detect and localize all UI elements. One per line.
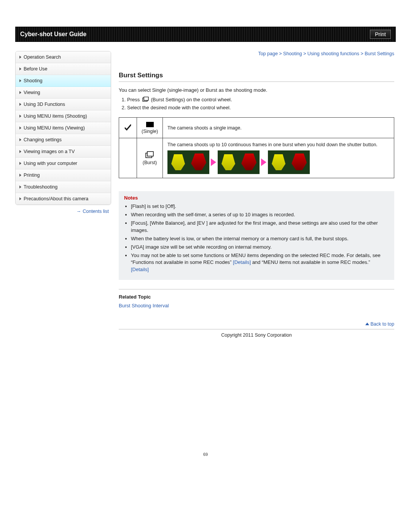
sidebar: Operation SearchBefore UseShootingViewin… — [15, 51, 111, 338]
sidebar-item-changing-settings[interactable]: Changing settings — [16, 134, 111, 146]
details-link[interactable]: [Details] — [233, 259, 251, 265]
chevron-right-icon — [19, 115, 21, 118]
sidebar-item-using-3d-functions[interactable]: Using 3D Functions — [16, 99, 111, 110]
sidebar-item-viewing-images-on-a-tv[interactable]: Viewing images on a TV — [16, 146, 111, 158]
burst-frame-1 — [167, 150, 209, 174]
steps-list: Press (Burst Settings) on the control wh… — [127, 97, 394, 110]
sidebar-item-label: Changing settings — [24, 137, 62, 142]
single-desc: The camera shoots a single image. — [163, 118, 394, 138]
note-item: When recording with the self-timer, a se… — [131, 211, 389, 218]
separator — [119, 289, 394, 289]
sidebar-item-label: Viewing — [24, 90, 40, 95]
sidebar-item-using-with-your-computer[interactable]: Using with your computer — [16, 158, 111, 169]
burst-settings-icon — [142, 97, 149, 103]
chevron-right-icon — [19, 91, 21, 94]
breadcrumb-current: Burst Settings — [365, 51, 394, 56]
arrow-right-icon: → — [76, 209, 81, 214]
contents-list-link[interactable]: →Contents list — [15, 205, 111, 214]
breadcrumb-top[interactable]: Top page — [258, 51, 277, 56]
sidebar-item-label: Before Use — [24, 66, 48, 72]
sidebar-item-precautions-about-this-camera[interactable]: Precautions/About this camera — [16, 193, 111, 204]
table-row: (Single) The camera shoots a single imag… — [119, 118, 394, 138]
sidebar-item-label: Troubleshooting — [24, 184, 57, 190]
chevron-right-icon — [19, 162, 21, 165]
svg-rect-5 — [147, 152, 153, 156]
sidebar-item-label: Operation Search — [24, 54, 61, 60]
sidebar-item-label: Precautions/About this camera — [24, 196, 88, 201]
sidebar-item-label: Using 3D Functions — [24, 102, 65, 107]
arrow-icon — [261, 158, 266, 166]
step-1: Press (Burst Settings) on the control wh… — [127, 97, 394, 103]
arrow-icon — [211, 158, 216, 166]
sidebar-item-troubleshooting[interactable]: Troubleshooting — [16, 181, 111, 193]
burst-illustration — [167, 150, 389, 174]
single-mode-cell: (Single) — [137, 118, 163, 138]
copyright: Copyright 2011 Sony Corporation — [119, 329, 394, 338]
note-item: [Flash] is set to [Off]. — [131, 203, 389, 210]
chevron-right-icon — [19, 185, 21, 189]
burst-icon — [145, 151, 155, 159]
sidebar-item-operation-search[interactable]: Operation Search — [16, 51, 111, 63]
sidebar-item-viewing[interactable]: Viewing — [16, 87, 111, 99]
note-item: You may not be able to set some function… — [131, 252, 389, 273]
sidebar-item-printing[interactable]: Printing — [16, 169, 111, 181]
sidebar-item-before-use[interactable]: Before Use — [16, 63, 111, 75]
burst-frame-3 — [268, 150, 310, 174]
single-icon — [146, 121, 154, 128]
chevron-right-icon — [19, 197, 21, 200]
step-2: Select the desired mode with the control… — [127, 105, 394, 110]
sidebar-item-label: Using MENU items (Shooting) — [24, 113, 87, 119]
notes-title: Notes — [124, 195, 389, 201]
print-button[interactable]: Print — [370, 30, 391, 39]
contents-list-label: Contents list — [83, 209, 109, 214]
burst-desc: The camera shoots up to 10 continuous fr… — [167, 142, 389, 147]
page-number: 69 — [15, 452, 396, 457]
chevron-right-icon — [19, 126, 21, 129]
sidebar-item-label: Using MENU items (Viewing) — [24, 125, 85, 131]
sidebar-item-shooting[interactable]: Shooting — [16, 75, 111, 87]
sidebar-item-label: Viewing images on a TV — [24, 149, 75, 154]
sidebar-item-using-menu-items-viewing[interactable]: Using MENU items (Viewing) — [16, 122, 111, 134]
details-link[interactable]: [Details] — [131, 267, 149, 272]
note-item: When the battery level is low, or when t… — [131, 235, 389, 242]
sidebar-item-label: Using with your computer — [24, 161, 77, 166]
svg-rect-3 — [147, 123, 153, 126]
main-content: Top page > Shooting > Using shooting fun… — [119, 51, 396, 338]
related-link-burst-interval[interactable]: Burst Shooting Interval — [119, 303, 169, 308]
note-item: [VGA] image size will be set while recor… — [131, 244, 389, 251]
back-to-top-link[interactable]: Back to top — [119, 321, 394, 327]
chevron-right-icon — [19, 103, 21, 106]
check-icon — [119, 118, 137, 138]
guide-title: Cyber-shot User Guide — [20, 31, 86, 38]
chevron-right-icon — [19, 150, 21, 153]
chevron-right-icon — [19, 174, 21, 177]
sidebar-item-using-menu-items-shooting[interactable]: Using MENU items (Shooting) — [16, 110, 111, 122]
intro-text: You can select Single (single-image) or … — [119, 87, 394, 93]
note-item: [Focus], [White Balance], and [EV ] are … — [131, 220, 389, 233]
modes-table: (Single) The camera shoots a single imag… — [119, 117, 394, 178]
up-arrow-icon — [365, 323, 369, 325]
chevron-right-icon — [19, 67, 21, 70]
page-title: Burst Settings — [119, 72, 394, 82]
table-row: (Burst) The camera shoots up to 10 conti… — [119, 138, 394, 178]
chevron-right-icon — [19, 79, 21, 82]
breadcrumb: Top page > Shooting > Using shooting fun… — [119, 51, 394, 56]
sidebar-item-label: Shooting — [24, 78, 42, 83]
related-topic-title: Related Topic — [119, 294, 394, 300]
nav-box: Operation SearchBefore UseShootingViewin… — [15, 51, 111, 205]
breadcrumb-shooting[interactable]: Shooting — [283, 51, 302, 56]
chevron-right-icon — [19, 138, 21, 141]
breadcrumb-using-functions[interactable]: Using shooting functions — [307, 51, 359, 56]
burst-frame-2 — [218, 150, 260, 174]
notes-box: Notes [Flash] is set to [Off].When recor… — [119, 191, 394, 280]
burst-mode-cell: (Burst) — [137, 138, 163, 178]
sidebar-item-label: Printing — [24, 173, 40, 178]
chevron-right-icon — [19, 56, 21, 59]
header-bar: Cyber-shot User Guide Print — [15, 27, 396, 42]
burst-desc-cell: The camera shoots up to 10 continuous fr… — [163, 138, 394, 178]
svg-rect-1 — [144, 97, 148, 101]
notes-list: [Flash] is set to [Off].When recording w… — [131, 203, 389, 273]
